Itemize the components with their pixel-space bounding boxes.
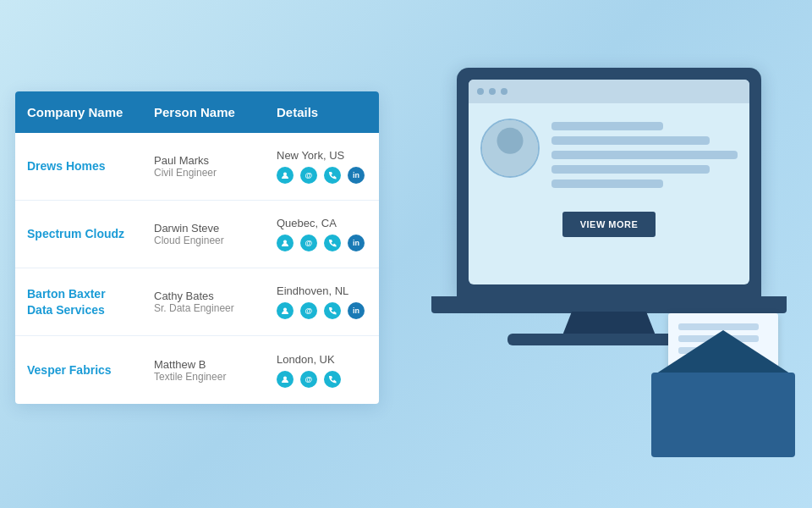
company-name-1[interactable]: Drews Homes — [27, 158, 130, 174]
paper-line — [678, 323, 759, 330]
phone-icon-4[interactable] — [324, 371, 341, 388]
svg-point-0 — [283, 173, 287, 176]
company-name-4[interactable]: Vesper Fabrics — [27, 362, 130, 378]
svg-point-5 — [497, 128, 523, 154]
person-icon-1[interactable] — [277, 167, 294, 184]
laptop-stand — [562, 312, 656, 335]
envelope-flap — [651, 330, 795, 377]
laptop-base — [431, 296, 787, 313]
table-row: Drews Homes Paul Marks Civil Engineer Ne… — [15, 133, 379, 201]
email-icon-2[interactable]: @ — [300, 235, 317, 251]
company-name-2[interactable]: Spectrum Cloudz — [27, 226, 130, 241]
phone-icon-2[interactable] — [324, 235, 341, 251]
col-header-details: Details — [265, 91, 379, 133]
person-icon-4[interactable] — [277, 371, 294, 388]
screen-line — [551, 165, 710, 174]
svg-point-3 — [283, 376, 287, 379]
screen-line — [551, 151, 738, 159]
person-title-1: Civil Engineer — [154, 167, 253, 179]
person-name-3: Cathy Bates — [154, 290, 253, 302]
screen-line — [551, 179, 663, 188]
svg-point-2 — [283, 308, 287, 312]
person-title-4: Textile Engineer — [154, 371, 253, 383]
laptop-screen-inner: VIEW MORE — [469, 80, 749, 284]
svg-point-1 — [283, 240, 287, 244]
email-icon-3[interactable]: @ — [300, 302, 317, 319]
window-dot-2 — [489, 88, 496, 95]
phone-icon-3[interactable] — [324, 302, 341, 319]
screen-line — [551, 136, 710, 145]
col-header-company: Company Name — [15, 91, 142, 133]
screen-line — [551, 122, 663, 130]
screen-top-bar — [469, 80, 749, 103]
table-row: Vesper Fabrics Matthew B Textile Enginee… — [15, 336, 379, 404]
action-icons-4: @ — [277, 371, 367, 388]
location-2: Quebec, CA — [277, 217, 367, 229]
location-1: New York, US — [277, 149, 367, 162]
table-row: Spectrum Cloudz Darwin Steve Cloud Engin… — [15, 201, 379, 268]
linkedin-icon-1[interactable]: in — [348, 167, 365, 184]
window-dot-1 — [477, 88, 484, 95]
person-title-3: Sr. Data Engineer — [154, 302, 253, 314]
linkedin-icon-2[interactable]: in — [348, 235, 365, 251]
laptop-screen-outer: VIEW MORE — [457, 68, 761, 296]
action-icons-2: @ in — [277, 235, 367, 251]
person-icon-2[interactable] — [277, 235, 294, 251]
envelope-body — [651, 373, 795, 457]
company-name-3[interactable]: Barton Baxter Data Services — [27, 286, 130, 317]
phone-icon-1[interactable] — [324, 167, 341, 184]
avatar — [480, 119, 540, 178]
screen-lines — [551, 119, 738, 188]
email-icon-1[interactable]: @ — [300, 167, 317, 184]
person-title-2: Cloud Engineer — [154, 235, 253, 246]
screen-content — [469, 107, 749, 200]
table-header: Company Name Person Name Details — [15, 91, 379, 133]
envelope-illustration — [651, 347, 795, 457]
location-4: London, UK — [277, 353, 367, 366]
table-row: Barton Baxter Data Services Cathy Bates … — [15, 268, 379, 336]
data-table: Company Name Person Name Details Drews H… — [15, 91, 379, 404]
location-3: Eindhoven, NL — [277, 284, 367, 297]
view-more-button[interactable]: VIEW MORE — [562, 212, 656, 237]
linkedin-icon-3[interactable]: in — [348, 302, 365, 319]
window-dot-3 — [501, 88, 508, 95]
person-name-4: Matthew B — [154, 358, 253, 371]
at-symbol: @ — [305, 171, 313, 179]
person-icon-3[interactable] — [277, 302, 294, 319]
person-name-1: Paul Marks — [154, 154, 253, 167]
action-icons-1: @ in — [277, 167, 367, 184]
action-icons-3: @ in — [277, 302, 367, 319]
email-icon-4[interactable]: @ — [300, 371, 317, 388]
person-name-2: Darwin Steve — [154, 222, 253, 235]
col-header-person: Person Name — [142, 91, 265, 133]
